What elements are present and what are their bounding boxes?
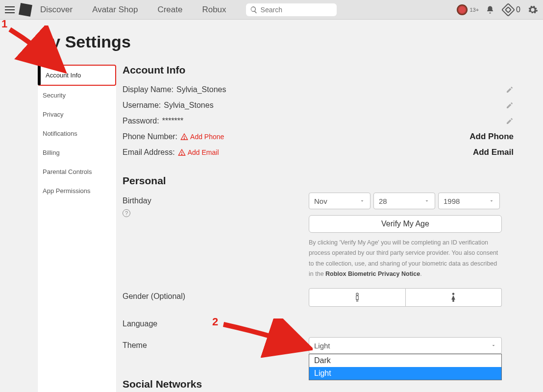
female-icon bbox=[450, 293, 457, 302]
personal-heading: Personal bbox=[123, 175, 514, 187]
birthday-day-select[interactable]: 28 bbox=[373, 193, 435, 209]
warning-icon bbox=[180, 133, 188, 141]
password-value: ******* bbox=[162, 117, 184, 125]
birthday-month-select[interactable]: Nov bbox=[309, 193, 370, 209]
sidebar-item-privacy[interactable]: Privacy bbox=[38, 105, 116, 124]
chevron-down-icon bbox=[489, 198, 494, 204]
username-label: Username: bbox=[123, 101, 161, 110]
theme-value: Light bbox=[314, 342, 330, 350]
robux-count: 0 bbox=[516, 5, 520, 14]
email-row: Email Address: Add Email Add Email bbox=[123, 145, 514, 160]
add-phone-link[interactable]: Add Phone bbox=[190, 133, 224, 141]
gender-male-button[interactable] bbox=[309, 288, 406, 307]
search-input[interactable] bbox=[246, 3, 337, 16]
password-row: Password: ******* bbox=[123, 113, 514, 129]
sidebar-item-billing[interactable]: Billing bbox=[38, 143, 116, 162]
search-icon bbox=[250, 6, 258, 14]
theme-option-dark[interactable]: Dark bbox=[309, 354, 501, 367]
annotation-2: 2 bbox=[212, 316, 218, 328]
roblox-logo[interactable] bbox=[19, 3, 32, 17]
menu-icon[interactable] bbox=[5, 6, 15, 13]
chevron-down-icon bbox=[424, 198, 430, 204]
chevron-down-icon bbox=[359, 198, 365, 204]
theme-dropdown: Dark Light bbox=[309, 354, 502, 380]
notifications-icon[interactable] bbox=[486, 5, 494, 14]
settings-icon[interactable] bbox=[527, 4, 538, 15]
sidebar-item-notifications[interactable]: Notifications bbox=[38, 124, 116, 143]
gender-female-button[interactable] bbox=[406, 288, 502, 307]
birthday-year-select[interactable]: 1998 bbox=[438, 193, 500, 209]
settings-sidebar: Account Info Security Privacy Notificati… bbox=[37, 64, 117, 392]
username-value: Sylvia_Stones bbox=[164, 101, 213, 110]
sidebar-item-parental-controls[interactable]: Parental Controls bbox=[38, 162, 116, 181]
nav-robux[interactable]: Robux bbox=[202, 5, 226, 15]
annotation-arrow-2 bbox=[220, 318, 313, 358]
help-icon[interactable]: ? bbox=[123, 209, 130, 217]
svg-point-1 bbox=[184, 138, 185, 139]
annotation-arrow-1 bbox=[6, 25, 70, 79]
verify-disclaimer: By clicking 'Verify My Age' you will be … bbox=[309, 238, 502, 279]
chevron-down-icon bbox=[491, 343, 496, 348]
gender-label: Gender (Optional) bbox=[123, 288, 309, 301]
email-label: Email Address: bbox=[123, 148, 175, 157]
phone-row: Phone Number: Add Phone Add Phone bbox=[123, 129, 514, 145]
sidebar-item-app-permissions[interactable]: App Permissions bbox=[38, 181, 116, 200]
nav-avatar-shop[interactable]: Avatar Shop bbox=[92, 5, 138, 15]
top-nav: Discover Avatar Shop Create Robux 13+ 0 bbox=[0, 0, 543, 20]
theme-select[interactable]: Light bbox=[309, 337, 502, 354]
search-wrap bbox=[246, 3, 337, 16]
theme-option-light[interactable]: Light bbox=[309, 367, 501, 380]
age-badge: 13+ bbox=[469, 7, 479, 13]
robux-balance[interactable]: 0 bbox=[503, 5, 520, 15]
page-title: My Settings bbox=[37, 32, 514, 51]
add-email-link[interactable]: Add Email bbox=[188, 148, 219, 156]
avatar[interactable] bbox=[457, 4, 468, 15]
svg-point-4 bbox=[356, 293, 358, 295]
nav-discover[interactable]: Discover bbox=[40, 5, 73, 15]
warning-icon bbox=[178, 148, 186, 156]
birthday-label: Birthday bbox=[123, 196, 309, 205]
add-email-action[interactable]: Add Email bbox=[473, 147, 514, 157]
birthday-day-value: 28 bbox=[379, 197, 387, 205]
svg-point-3 bbox=[181, 154, 182, 154]
privacy-notice-link[interactable]: Roblox Biometric Privacy Notice bbox=[325, 270, 420, 277]
edit-icon[interactable] bbox=[506, 86, 514, 94]
display-name-row: Display Name: Sylvia_Stones bbox=[123, 82, 514, 98]
account-info-heading: Account Info bbox=[123, 64, 514, 76]
robux-icon bbox=[501, 2, 515, 16]
verify-age-button[interactable]: Verify My Age bbox=[309, 215, 502, 233]
password-label: Password: bbox=[123, 117, 159, 125]
edit-icon[interactable] bbox=[506, 101, 514, 109]
display-name-label: Display Name: bbox=[123, 85, 173, 94]
male-icon bbox=[354, 293, 361, 302]
display-name-value: Sylvia_Stones bbox=[176, 85, 226, 94]
birthday-month-value: Nov bbox=[314, 197, 327, 205]
phone-label: Phone Number: bbox=[123, 132, 177, 141]
svg-point-8 bbox=[452, 293, 454, 295]
sidebar-item-security[interactable]: Security bbox=[38, 86, 116, 105]
username-row: Username: Sylvia_Stones bbox=[123, 98, 514, 113]
edit-icon[interactable] bbox=[506, 117, 514, 125]
svg-rect-5 bbox=[356, 296, 358, 300]
add-phone-action[interactable]: Add Phone bbox=[469, 132, 514, 142]
nav-create[interactable]: Create bbox=[157, 5, 182, 15]
birthday-year-value: 1998 bbox=[444, 197, 460, 205]
